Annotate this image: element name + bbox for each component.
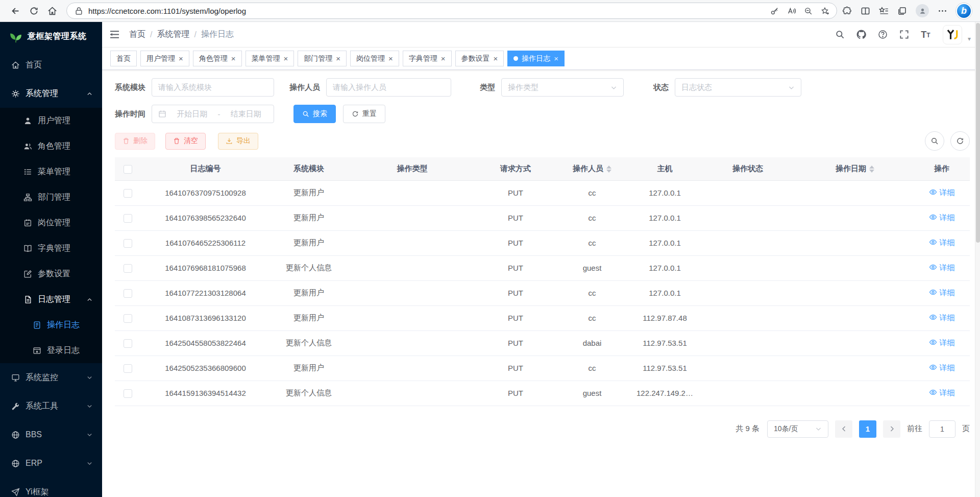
- page-number-button[interactable]: 1: [859, 420, 876, 438]
- avatar-caret-icon[interactable]: ▾: [968, 35, 971, 44]
- reset-button[interactable]: 重置: [343, 105, 385, 123]
- github-icon[interactable]: [853, 26, 870, 43]
- sidebar-item-home[interactable]: 首页: [0, 51, 102, 79]
- page-size-select[interactable]: 10条/页: [767, 420, 828, 438]
- sidebar-item-yi-framework[interactable]: Yi框架: [0, 478, 102, 497]
- sort-carets-icon[interactable]: [606, 165, 611, 173]
- sidebar-item-system-mgmt[interactable]: 系统管理: [0, 79, 102, 108]
- export-button[interactable]: 导出: [218, 133, 258, 150]
- bing-icon[interactable]: b: [956, 3, 972, 19]
- tab-dept-mgmt[interactable]: 部门管理×: [298, 51, 347, 66]
- row-checkbox[interactable]: [124, 289, 132, 298]
- url-text[interactable]: https://ccnetcore.com:1101/system/log/op…: [88, 7, 770, 15]
- search-button[interactable]: 搜索: [293, 105, 336, 123]
- close-icon[interactable]: ×: [284, 55, 288, 62]
- sort-carets-icon[interactable]: [869, 165, 874, 173]
- sidebar-item-param-settings[interactable]: 参数设置: [0, 261, 102, 287]
- type-select[interactable]: 操作类型: [501, 78, 624, 97]
- sidebar-item-system-tools[interactable]: 系统工具: [0, 392, 102, 420]
- app-logo[interactable]: 意框架管理系统: [0, 22, 102, 51]
- search-icon[interactable]: [831, 26, 848, 43]
- column-header[interactable]: 操作人员: [554, 157, 630, 180]
- more-icon[interactable]: [938, 6, 947, 16]
- toggle-search-button[interactable]: [925, 131, 944, 151]
- breadcrumb-home[interactable]: 首页: [129, 29, 145, 40]
- address-bar[interactable]: https://ccnetcore.com:1101/system/log/op…: [66, 3, 837, 19]
- prev-page-button[interactable]: [835, 420, 852, 438]
- refresh-icon[interactable]: [24, 2, 43, 19]
- clear-button[interactable]: 清空: [165, 133, 206, 150]
- detail-link[interactable]: 详细: [929, 363, 955, 373]
- detail-link[interactable]: 详细: [929, 288, 955, 298]
- scrollbar-thumb[interactable]: [976, 23, 980, 243]
- close-icon[interactable]: ×: [231, 55, 236, 62]
- goto-page-input[interactable]: 1: [929, 420, 955, 438]
- sidebar-item-user-mgmt[interactable]: 用户管理: [0, 108, 102, 133]
- sidebar-collapse-icon[interactable]: [109, 29, 120, 40]
- sidebar-item-dict-mgmt[interactable]: 字典管理: [0, 235, 102, 261]
- refresh-table-button[interactable]: [950, 131, 970, 151]
- row-checkbox[interactable]: [124, 314, 132, 323]
- tab-role-mgmt[interactable]: 角色管理×: [193, 51, 242, 66]
- user-avatar[interactable]: [943, 25, 962, 44]
- sidebar-item-system-monitor[interactable]: 系统监控: [0, 363, 102, 392]
- sidebar-item-log-mgmt[interactable]: 日志管理: [0, 287, 102, 312]
- tab-home[interactable]: 首页: [110, 51, 137, 66]
- detail-link[interactable]: 详细: [929, 263, 955, 273]
- sidebar-item-oper-log[interactable]: 操作日志: [0, 312, 102, 338]
- tab-oper-log[interactable]: 操作日志×: [507, 51, 565, 66]
- sidebar-item-menu-mgmt[interactable]: 菜单管理: [0, 159, 102, 184]
- sidebar-item-role-mgmt[interactable]: 角色管理: [0, 133, 102, 159]
- tab-menu-mgmt[interactable]: 菜单管理×: [246, 51, 295, 66]
- row-checkbox[interactable]: [124, 364, 132, 373]
- extensions-icon[interactable]: [842, 6, 852, 16]
- status-select[interactable]: 日志状态: [675, 78, 801, 97]
- row-checkbox[interactable]: [124, 239, 132, 248]
- close-icon[interactable]: ×: [441, 55, 446, 62]
- sidebar-item-erp[interactable]: ERP: [0, 449, 102, 478]
- row-checkbox[interactable]: [124, 214, 132, 223]
- next-page-button[interactable]: [883, 420, 900, 438]
- detail-link[interactable]: 详细: [929, 238, 955, 248]
- select-all-checkbox[interactable]: [124, 165, 132, 174]
- sidebar-item-post-mgmt[interactable]: 岗位管理: [0, 210, 102, 235]
- row-checkbox[interactable]: [124, 339, 132, 348]
- breadcrumb-system[interactable]: 系统管理: [157, 29, 189, 40]
- close-icon[interactable]: ×: [336, 55, 340, 62]
- tab-dict-mgmt[interactable]: 字典管理×: [403, 51, 452, 66]
- profile-avatar-icon[interactable]: [916, 4, 929, 17]
- close-icon[interactable]: ×: [554, 55, 558, 62]
- row-checkbox[interactable]: [124, 264, 132, 273]
- tab-param-settings[interactable]: 参数设置×: [455, 51, 504, 66]
- zoom-out-icon[interactable]: [804, 7, 813, 15]
- column-header[interactable]: 操作日期: [796, 157, 914, 180]
- close-icon[interactable]: ×: [179, 55, 183, 62]
- close-icon[interactable]: ×: [388, 55, 393, 62]
- sidebar-item-bbs[interactable]: BBS: [0, 420, 102, 449]
- close-icon[interactable]: ×: [494, 55, 498, 62]
- detail-link[interactable]: 详细: [929, 313, 955, 323]
- row-checkbox[interactable]: [124, 389, 132, 398]
- favorites-icon[interactable]: [879, 6, 889, 16]
- key-icon[interactable]: [770, 7, 779, 15]
- browser-scrollbar[interactable]: [975, 22, 980, 497]
- read-aloud-icon[interactable]: [787, 7, 796, 15]
- collections-icon[interactable]: [897, 6, 907, 16]
- star-plus-icon[interactable]: [821, 7, 829, 15]
- detail-link[interactable]: 详细: [929, 188, 955, 198]
- row-checkbox[interactable]: [124, 189, 132, 198]
- operator-input[interactable]: 请输入操作人员: [326, 78, 451, 97]
- back-icon[interactable]: [6, 2, 24, 19]
- question-icon[interactable]: [874, 26, 891, 43]
- sidebar-item-login-log[interactable]: 登录日志: [0, 338, 102, 363]
- tab-user-mgmt[interactable]: 用户管理×: [140, 51, 189, 66]
- fullscreen-icon[interactable]: [896, 26, 913, 43]
- home-icon[interactable]: [43, 2, 61, 19]
- date-range-input[interactable]: 开始日期 - 结束日期: [152, 105, 274, 123]
- module-input[interactable]: 请输入系统模块: [152, 78, 274, 97]
- tab-post-mgmt[interactable]: 岗位管理×: [350, 51, 399, 66]
- detail-link[interactable]: 详细: [929, 338, 955, 348]
- detail-link[interactable]: 详细: [929, 388, 955, 398]
- date-start[interactable]: 开始日期: [170, 109, 214, 119]
- detail-link[interactable]: 详细: [929, 213, 955, 223]
